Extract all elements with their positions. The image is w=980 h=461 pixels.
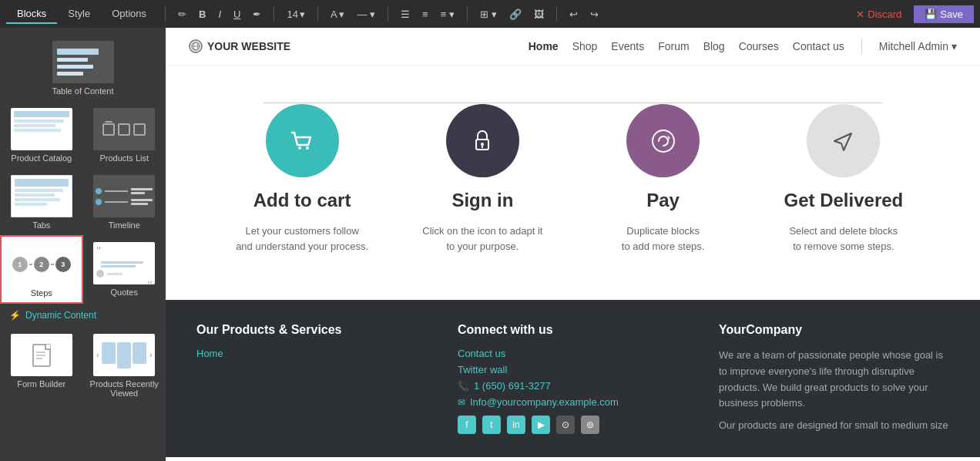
footer-phone-item: 📞 1 (650) 691-3277: [458, 380, 688, 392]
footer-col-connect: Connect with us Contact us Twitter wall …: [458, 323, 688, 434]
tab-options[interactable]: Options: [101, 5, 157, 24]
image-button[interactable]: 🖼: [529, 7, 549, 22]
table-of-content-preview: [52, 41, 114, 83]
underline-button[interactable]: U: [229, 7, 245, 22]
toolbar-divider-1: [165, 6, 166, 22]
nav-divider: [861, 39, 862, 54]
footer-link-contact-us[interactable]: Contact us: [458, 348, 688, 359]
step-circle-pay[interactable]: [626, 104, 700, 177]
redo-button[interactable]: ↪: [586, 7, 603, 22]
main-layout: Table of Content Product Catalog: [0, 28, 980, 461]
italic-button[interactable]: I: [213, 7, 226, 22]
social-icon-github[interactable]: ⊙: [556, 416, 575, 434]
form-builder-preview: [11, 334, 72, 376]
sidebar-item-table-of-content[interactable]: Table of Content: [0, 34, 166, 101]
list-unordered-button[interactable]: ☰: [396, 7, 414, 22]
chevron-down-icon: ▾: [951, 40, 957, 52]
social-icon-linkedin[interactable]: in: [507, 416, 525, 434]
nav-link-contact[interactable]: Contact us: [793, 40, 844, 52]
footer-company-desc1: We are a team of passionate people whose…: [719, 348, 949, 412]
nav-logo[interactable]: YOUR WEBSITE: [189, 39, 290, 53]
discard-button[interactable]: ✕ Discard: [847, 5, 911, 23]
globe-icon: [189, 39, 203, 53]
sidebar-label-tabs: Tabs: [32, 220, 50, 230]
sidebar-item-steps[interactable]: 1 2 3 Steps: [0, 235, 83, 304]
sidebar-item-form-builder[interactable]: Form Builder: [0, 327, 83, 403]
highlight-button[interactable]: ✒: [248, 7, 266, 22]
toolbar: Blocks Style Options ✏ B I U ✒ 14 ▾ A ▾ …: [0, 0, 980, 28]
nav-links: Home Shop Events Forum Blog Courses Cont…: [529, 39, 957, 54]
nav-link-home[interactable]: Home: [529, 40, 559, 52]
footer-phone[interactable]: 1 (650) 691-3277: [474, 380, 551, 392]
list-ordered-button[interactable]: ≡: [418, 7, 433, 22]
footer-products-title: Our Products & Services: [196, 323, 427, 337]
table-button[interactable]: ⊞ ▾: [475, 7, 502, 22]
social-icon-youtube[interactable]: ▶: [532, 416, 550, 434]
pencil-icon[interactable]: ✏: [173, 7, 191, 22]
sidebar-item-products-recently-viewed[interactable]: ‹ › Products Recently Viewed: [83, 327, 166, 403]
svg-point-6: [481, 143, 484, 146]
step-desc-pay: Duplicate blocksto add more steps.: [622, 224, 705, 254]
font-color-button[interactable]: A ▾: [326, 7, 350, 22]
sidebar-item-tabs[interactable]: Tabs: [0, 168, 83, 235]
nav-link-blog[interactable]: Blog: [703, 40, 725, 52]
quotes-preview: " ": [93, 242, 155, 284]
nav-link-forum[interactable]: Forum: [658, 40, 689, 52]
align-button[interactable]: ≡ ▾: [436, 7, 459, 22]
footer-link-home[interactable]: Home: [196, 348, 427, 359]
sidebar-item-products-list[interactable]: Products List: [83, 101, 166, 168]
sidebar-label-steps: Steps: [31, 288, 52, 298]
toolbar-divider-3: [317, 6, 318, 22]
footer-company-desc2: Our products are designed for small to m…: [719, 418, 949, 434]
step-desc-add-to-cart: Let your customers followand understand …: [236, 224, 368, 254]
link-button[interactable]: 🔗: [505, 7, 526, 22]
nav-logo-text: YOUR WEBSITE: [207, 40, 290, 52]
step-circle-add-to-cart[interactable]: [266, 104, 339, 177]
nav-user[interactable]: Mitchell Admin ▾: [879, 40, 957, 52]
toolbar-divider-4: [388, 6, 388, 22]
left-arrow-icon: ‹: [96, 351, 99, 359]
nav-link-events[interactable]: Events: [611, 40, 644, 52]
content-area: YOUR WEBSITE Home Shop Events Forum Blog…: [166, 28, 980, 461]
stroke-button[interactable]: — ▾: [352, 7, 380, 22]
footer-col-products: Our Products & Services Home: [196, 323, 427, 434]
sidebar-label-product-catalog: Product Catalog: [11, 153, 72, 163]
step-desc-sign-in: Click on the icon to adapt itto your pur…: [422, 224, 542, 254]
email-icon: ✉: [458, 397, 465, 408]
social-icon-instagram[interactable]: ⊚: [581, 416, 599, 434]
svg-point-3: [298, 146, 301, 150]
save-button[interactable]: 💾 Save: [914, 5, 974, 23]
sidebar-item-dynamic-content[interactable]: ⚡ Dynamic Content: [0, 304, 166, 327]
bold-button[interactable]: B: [194, 7, 210, 22]
step-title-sign-in: Sign in: [451, 190, 513, 211]
sidebar-item-timeline[interactable]: Timeline: [83, 168, 166, 235]
sidebar-item-quotes[interactable]: " " Quotes: [83, 235, 166, 304]
footer-email[interactable]: Info@yourcompany.example.com: [470, 396, 619, 408]
nav-link-courses[interactable]: Courses: [739, 40, 779, 52]
step-circle-sign-in[interactable]: [446, 104, 519, 177]
timeline-preview: [93, 175, 155, 217]
step-add-to-cart: Add to cart Let your customers followand…: [225, 104, 379, 254]
footer-link-twitter-wall[interactable]: Twitter wall: [458, 364, 688, 375]
svg-point-8: [653, 130, 674, 152]
undo-button[interactable]: ↩: [565, 7, 582, 22]
step-title-add-to-cart: Add to cart: [253, 190, 351, 211]
toolbar-divider-2: [274, 6, 274, 22]
social-icon-twitter[interactable]: t: [482, 416, 501, 434]
tab-blocks[interactable]: Blocks: [6, 5, 57, 24]
sidebar-grid: Table of Content Product Catalog: [0, 34, 166, 403]
sidebar-item-product-catalog[interactable]: Product Catalog: [0, 101, 83, 168]
step-circle-get-delivered[interactable]: [807, 104, 880, 177]
tabs-preview: [11, 175, 72, 217]
website-preview: YOUR WEBSITE Home Shop Events Forum Blog…: [166, 28, 980, 461]
social-icon-facebook[interactable]: f: [458, 416, 476, 434]
right-arrow-icon: ›: [149, 351, 152, 359]
footer-email-item: ✉ Info@yourcompany.example.com: [458, 396, 688, 408]
footer-col-company: YourCompany We are a team of passionate …: [719, 323, 949, 434]
sidebar-label-dynamic-content: Dynamic Content: [25, 310, 96, 321]
tab-style[interactable]: Style: [57, 5, 101, 24]
close-icon: ✕: [856, 8, 864, 20]
nav-link-shop[interactable]: Shop: [572, 40, 598, 52]
font-size-selector[interactable]: 14 ▾: [282, 7, 309, 22]
sidebar-label-quotes: Quotes: [111, 288, 138, 297]
